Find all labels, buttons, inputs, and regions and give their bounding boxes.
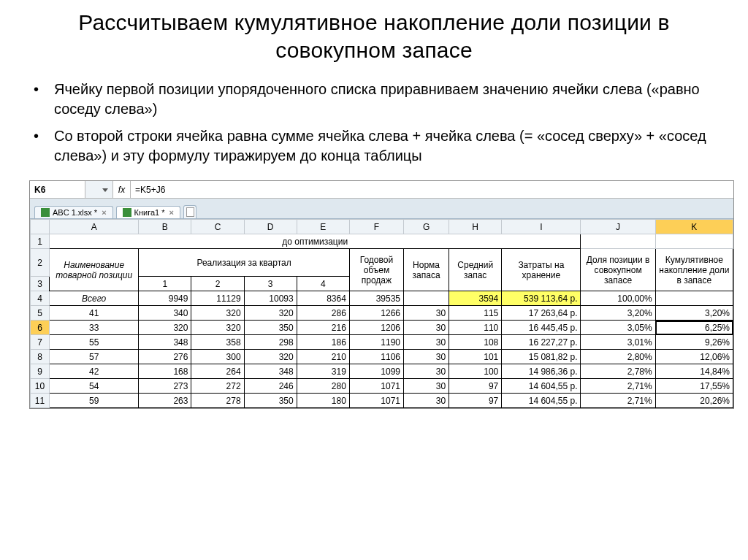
- col-header-A[interactable]: A: [50, 220, 139, 234]
- row-header-9[interactable]: 9: [31, 364, 50, 379]
- cell[interactable]: 348: [244, 364, 297, 379]
- cell[interactable]: 97: [449, 394, 502, 408]
- name-box[interactable]: K6: [30, 181, 85, 198]
- row-header-7[interactable]: 7: [31, 335, 50, 350]
- cell[interactable]: 2,78%: [581, 364, 655, 379]
- cell[interactable]: 3594: [449, 291, 502, 306]
- cell[interactable]: 9,26%: [655, 335, 733, 350]
- col-header-E[interactable]: E: [297, 220, 349, 234]
- cell[interactable]: 100,00%: [581, 291, 655, 306]
- cell[interactable]: Всего: [50, 291, 139, 306]
- cell[interactable]: 10093: [244, 291, 297, 306]
- cell[interactable]: 14 986,36 р.: [502, 364, 581, 379]
- cell[interactable]: 358: [191, 335, 244, 350]
- cell[interactable]: 216: [297, 321, 349, 335]
- row-header-8[interactable]: 8: [31, 350, 50, 364]
- new-tab-button[interactable]: [183, 205, 196, 218]
- cell[interactable]: [655, 291, 733, 306]
- cell[interactable]: 6,25%: [655, 321, 733, 335]
- cell[interactable]: 319: [297, 364, 349, 379]
- col-header-D[interactable]: D: [244, 220, 297, 234]
- name-box-dropdown[interactable]: [85, 181, 113, 198]
- cell[interactable]: 273: [139, 379, 191, 394]
- tab-abc1[interactable]: ABC 1.xlsx * ×: [34, 206, 113, 218]
- cell[interactable]: 55: [50, 335, 139, 350]
- cell[interactable]: 115: [449, 306, 502, 321]
- col-header-B[interactable]: B: [139, 220, 191, 234]
- cell[interactable]: 39535: [349, 291, 403, 306]
- row-header-2[interactable]: 2: [31, 249, 50, 277]
- cell[interactable]: 54: [50, 379, 139, 394]
- cell[interactable]: 298: [244, 335, 297, 350]
- cell[interactable]: 30: [404, 379, 449, 394]
- cell[interactable]: 3,20%: [655, 306, 733, 321]
- cell[interactable]: 30: [404, 364, 449, 379]
- cell[interactable]: 320: [191, 321, 244, 335]
- cell[interactable]: 15 081,82 р.: [502, 350, 581, 364]
- fx-icon[interactable]: fx: [113, 181, 131, 198]
- cell[interactable]: 2,71%: [581, 394, 655, 408]
- row-header-11[interactable]: 11: [31, 394, 50, 408]
- cell[interactable]: 348: [139, 335, 191, 350]
- cell[interactable]: 17,55%: [655, 379, 733, 394]
- cell[interactable]: 100: [449, 364, 502, 379]
- cell[interactable]: 350: [244, 394, 297, 408]
- cell[interactable]: [404, 291, 449, 306]
- cell[interactable]: 3,20%: [581, 306, 655, 321]
- sheet-table[interactable]: A B C D E F G H I J K: [30, 219, 733, 408]
- cell[interactable]: 101: [449, 350, 502, 364]
- close-icon[interactable]: ×: [102, 208, 106, 217]
- col-header-C[interactable]: C: [191, 220, 244, 234]
- cell[interactable]: 30: [404, 335, 449, 350]
- cell[interactable]: 1206: [349, 321, 403, 335]
- cell[interactable]: 30: [404, 394, 449, 408]
- cell[interactable]: 1071: [349, 394, 403, 408]
- cell[interactable]: 2,71%: [581, 379, 655, 394]
- cell[interactable]: 20,26%: [655, 394, 733, 408]
- col-header-I[interactable]: I: [502, 220, 581, 234]
- cell[interactable]: 300: [191, 350, 244, 364]
- cell[interactable]: 11129: [191, 291, 244, 306]
- cell[interactable]: 33: [50, 321, 139, 335]
- cell[interactable]: 320: [191, 306, 244, 321]
- cell[interactable]: 41: [50, 306, 139, 321]
- cell[interactable]: 30: [404, 306, 449, 321]
- row-header-5[interactable]: 5: [31, 306, 50, 321]
- cell[interactable]: 320: [244, 350, 297, 364]
- close-icon[interactable]: ×: [169, 208, 174, 217]
- cell[interactable]: 110: [449, 321, 502, 335]
- cell[interactable]: 1106: [349, 350, 403, 364]
- cell[interactable]: 278: [191, 394, 244, 408]
- cell[interactable]: 1071: [349, 379, 403, 394]
- cell[interactable]: 280: [297, 379, 349, 394]
- cell[interactable]: 180: [297, 394, 349, 408]
- cell[interactable]: 186: [297, 335, 349, 350]
- cell[interactable]: 16 445,45 р.: [502, 321, 581, 335]
- cell[interactable]: 59: [50, 394, 139, 408]
- cell[interactable]: 263: [139, 394, 191, 408]
- cell[interactable]: 264: [191, 364, 244, 379]
- cell[interactable]: 286: [297, 306, 349, 321]
- cell[interactable]: 210: [297, 350, 349, 364]
- cell[interactable]: 108: [449, 335, 502, 350]
- cell[interactable]: 350: [244, 321, 297, 335]
- cell[interactable]: 9949: [139, 291, 191, 306]
- cell[interactable]: 42: [50, 364, 139, 379]
- col-header-H[interactable]: H: [449, 220, 502, 234]
- cell[interactable]: 2,80%: [581, 350, 655, 364]
- cell[interactable]: 1099: [349, 364, 403, 379]
- cell[interactable]: 30: [404, 350, 449, 364]
- cell[interactable]: 16 227,27 р.: [502, 335, 581, 350]
- row-header-3[interactable]: 3: [31, 277, 50, 291]
- cell[interactable]: 30: [404, 321, 449, 335]
- cell[interactable]: 246: [244, 379, 297, 394]
- tab-book1[interactable]: Книга1 * ×: [116, 206, 180, 218]
- row-header-10[interactable]: 10: [31, 379, 50, 394]
- cell[interactable]: 12,06%: [655, 350, 733, 364]
- cell[interactable]: 3,01%: [581, 335, 655, 350]
- cell[interactable]: 539 113,64 р.: [502, 291, 581, 306]
- cell[interactable]: 14,84%: [655, 364, 733, 379]
- col-header-J[interactable]: J: [581, 220, 655, 234]
- col-header-K[interactable]: K: [655, 220, 733, 234]
- formula-input[interactable]: =K5+J6: [131, 181, 733, 198]
